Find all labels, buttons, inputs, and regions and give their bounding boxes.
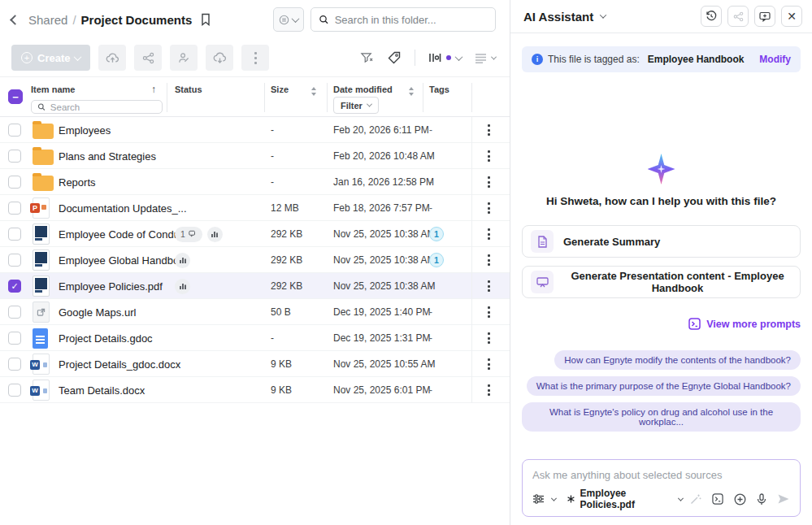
upload-button[interactable] [98,45,126,71]
name-filter[interactable] [31,100,163,114]
table-row[interactable]: Google Maps.url 50 B Dec 19, 2025 1:40 P… [0,299,510,325]
row-menu-button[interactable] [484,303,493,321]
row-checkbox[interactable] [8,176,21,189]
chat-input-box[interactable]: Employee Policies.pdf [522,459,801,517]
row-menu-button[interactable] [484,329,493,347]
clear-filter-icon[interactable] [360,51,374,64]
tag-count-badge[interactable]: 1 [429,253,444,267]
share-chat-button[interactable] [727,6,749,27]
table-row[interactable]: Employees - Feb 20, 2026 6:11 PM - [0,117,510,143]
chat-settings-button[interactable] [532,494,545,504]
file-name[interactable]: Project Details_gdoc.docx [59,351,180,377]
feedback-button[interactable] [754,6,775,27]
modify-tag-link[interactable]: Modify [759,54,791,65]
file-name[interactable]: Project Details.gdoc [59,325,153,351]
row-menu-button[interactable] [484,199,493,217]
row-menu-button[interactable] [484,147,493,165]
table-row[interactable]: Team Details.docx 9 KB Nov 25, 2025 6:01… [0,377,510,403]
file-name[interactable]: Employee Code of Condu... [59,221,189,247]
row-menu-button[interactable] [484,277,493,295]
table-row[interactable]: Project Details_gdoc.docx 9 KB Nov 25, 2… [0,351,510,377]
generate-summary-button[interactable]: Generate Summary [522,225,801,258]
row-menu-button[interactable] [484,381,493,399]
file-name[interactable]: Plans and Strategies [59,143,156,169]
sort-ascending-icon[interactable]: ↑ [151,84,156,95]
tag-count-badge[interactable]: 1 [429,227,444,241]
row-menu-button[interactable] [484,173,493,191]
row-checkbox[interactable] [8,384,21,397]
chevron-down-icon[interactable] [551,495,557,501]
file-name[interactable]: Reports [59,169,96,195]
column-header-size[interactable]: Size [271,85,289,94]
row-checkbox[interactable] [8,150,21,163]
table-row[interactable]: Reports - Jan 16, 2026 12:58 PM - [0,169,510,195]
analytics-badge[interactable] [207,227,223,242]
row-checkbox[interactable] [8,124,21,137]
permissions-button[interactable] [170,45,198,71]
table-row[interactable]: Employee Code of Condu... 1 292 KB Nov 2… [0,221,510,247]
select-all-checkbox[interactable]: − [8,89,23,104]
column-header-date[interactable]: Date modified [333,85,393,94]
file-name[interactable]: Employee Global Handbo... [59,247,188,273]
info-icon: i [532,54,543,65]
row-menu-button[interactable] [484,121,493,139]
sort-date-icon[interactable] [409,87,414,96]
more-actions-button[interactable] [241,45,269,71]
row-menu-button[interactable] [484,251,493,269]
prompt-library-button[interactable] [712,493,723,505]
history-button[interactable] [701,6,722,27]
file-name[interactable]: Documentation Updates_... [59,195,187,221]
table-row[interactable]: Employee Global Handbo... 292 KB Nov 25,… [0,247,510,273]
back-icon[interactable] [10,15,20,25]
tag-icon[interactable] [387,50,402,65]
row-checkbox[interactable] [8,254,21,267]
add-attachment-button[interactable] [734,493,746,505]
analytics-badge[interactable] [175,253,190,268]
bookmark-icon[interactable] [200,13,211,26]
file-name[interactable]: Team Details.docx [59,377,145,403]
search-input[interactable] [335,14,488,26]
view-more-prompts-link[interactable]: View more prompts [688,318,801,330]
share-button[interactable] [134,45,162,71]
breadcrumb-parent[interactable]: Shared [28,13,67,27]
suggested-prompt[interactable]: What is the primary purpose of the Egnyt… [527,376,801,396]
row-checkbox[interactable] [8,358,21,371]
name-filter-input[interactable] [50,102,156,112]
folder-search[interactable] [310,7,496,32]
analytics-badge[interactable] [175,279,190,294]
row-checkbox[interactable] [8,228,21,241]
suggested-prompt[interactable]: How can Egnyte modify the contents of th… [554,350,801,370]
row-checkbox[interactable] [8,202,21,215]
column-header-name[interactable]: Item name [31,85,75,94]
create-button[interactable]: + Create [11,45,90,71]
ai-assistant-panel: AI Assistant ✕ i This file is tagged as:… [510,0,812,525]
list-view-button[interactable] [475,53,496,63]
table-row[interactable]: Documentation Updates_... 12 MB Feb 18, … [0,195,510,221]
voice-input-button[interactable] [757,493,766,505]
magic-wand-button[interactable] [690,493,701,505]
download-button[interactable] [206,45,233,71]
generate-presentation-button[interactable]: Generate Presentation content - Employee… [522,266,801,298]
column-view-button[interactable] [428,52,462,63]
row-checkbox[interactable]: ✓ [8,280,21,293]
table-row[interactable]: Project Details.gdoc - Dec 19, 2025 1:31… [0,325,510,351]
date-filter-button[interactable]: Filter [333,97,379,114]
row-checkbox[interactable] [8,306,21,319]
send-button[interactable] [777,493,790,505]
file-name[interactable]: Employees [59,117,111,143]
source-selector[interactable]: Employee Policies.pdf [567,488,683,510]
comments-badge[interactable]: 1 [175,227,202,242]
row-checkbox[interactable] [8,332,21,345]
chat-input[interactable] [532,469,790,481]
table-row-selected[interactable]: ✓ Employee Policies.pdf 292 KB Nov 25, 2… [0,273,510,299]
ai-assistant-title-dropdown[interactable]: AI Assistant [523,10,606,24]
row-menu-button[interactable] [484,355,493,373]
file-name[interactable]: Employee Policies.pdf [59,273,163,299]
file-name[interactable]: Google Maps.url [59,299,136,325]
close-button[interactable]: ✕ [781,6,802,27]
row-menu-button[interactable] [484,225,493,243]
sort-size-icon[interactable] [311,87,316,96]
suggested-prompt[interactable]: What is Egnyte's policy on drug and alco… [522,402,801,432]
table-row[interactable]: Plans and Strategies - Feb 20, 2026 10:4… [0,143,510,169]
search-scope-dropdown[interactable] [273,7,304,32]
